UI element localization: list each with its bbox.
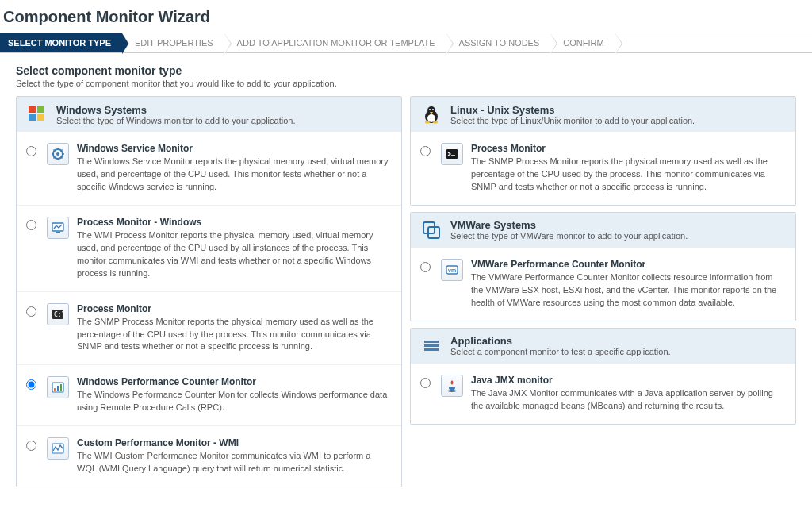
svg-rect-1 — [37, 106, 44, 113]
breadcrumb-step-0: SELECT MONITOR TYPE — [0, 33, 122, 52]
custom-perf-icon — [47, 437, 69, 460]
monitor-description: The Windows Performance Counter Monitor … — [77, 389, 392, 414]
terminal-dark-icon — [441, 143, 463, 165]
category-subtext: Select the type of Windows monitor to ad… — [56, 116, 295, 125]
page-title: Component Monitor Wizard — [0, 0, 812, 33]
svg-point-5 — [56, 152, 59, 156]
category-header: ApplicationsSelect a component monitor t… — [411, 329, 795, 364]
monitor-title: VMWare Performance Counter Monitor — [471, 259, 786, 270]
category-title: Applications — [450, 335, 671, 347]
breadcrumb-step-4[interactable]: CONFIRM — [550, 33, 615, 52]
svg-point-19 — [432, 109, 434, 110]
svg-point-20 — [425, 121, 430, 124]
monitor-description: The Java JMX Monitor communicates with a… — [471, 387, 786, 413]
svg-point-18 — [429, 109, 431, 110]
category-title: VMWare Systems — [450, 219, 688, 231]
svg-text:C:\: C:\ — [54, 311, 65, 318]
monitor-radio[interactable] — [26, 441, 36, 451]
category-title: Linux - Unix Systems — [450, 104, 695, 116]
svg-rect-3 — [37, 114, 44, 121]
breadcrumb-step-1[interactable]: EDIT PROPERTIES — [122, 33, 224, 52]
monitor-option[interactable]: vmVMWare Performance Counter MonitorThe … — [411, 248, 795, 321]
linux-penguin-icon — [420, 103, 442, 125]
monitor-title: Windows Performance Counter Monitor — [77, 376, 392, 387]
monitor-title: Process Monitor — [77, 303, 392, 314]
svg-rect-30 — [424, 348, 439, 351]
right-category-0: Linux - Unix SystemsSelect the type of L… — [410, 96, 796, 206]
monitor-description: The Windows Service Monitor reports the … — [77, 156, 392, 194]
svg-point-31 — [448, 390, 456, 391]
monitor-option[interactable]: Windows Service MonitorThe Windows Servi… — [17, 132, 401, 205]
svg-point-21 — [433, 121, 438, 124]
monitor-description: The SNMP Process Monitor reports the phy… — [77, 316, 392, 354]
svg-rect-2 — [29, 114, 36, 121]
breadcrumb-step-2[interactable]: ADD TO APPLICATION MONITOR OR TEMPLATE — [224, 33, 446, 52]
process-monitor-icon — [47, 217, 69, 239]
breadcrumb: SELECT MONITOR TYPEEDIT PROPERTIESADD TO… — [0, 33, 812, 53]
right-category-2: ApplicationsSelect a component monitor t… — [410, 328, 796, 425]
monitor-radio[interactable] — [26, 146, 36, 156]
windows-service-icon — [47, 143, 69, 165]
monitor-description: The WMI Process Monitor reports the phys… — [77, 229, 392, 280]
category-subtext: Select a component monitor to test a spe… — [450, 347, 671, 356]
svg-rect-11 — [54, 388, 56, 391]
java-icon — [441, 375, 463, 397]
monitor-radio[interactable] — [420, 262, 431, 272]
category-subtext: Select the type of Linux/Unix monitor to… — [450, 116, 695, 125]
category-title: Windows Systems — [56, 104, 295, 116]
vmware-perf-icon: vm — [441, 259, 463, 281]
monitor-title: Java JMX monitor — [471, 375, 786, 386]
category-header: Linux - Unix SystemsSelect the type of L… — [411, 97, 795, 132]
perf-counter-icon — [47, 376, 69, 398]
monitor-option[interactable]: Java JMX monitorThe Java JMX Monitor com… — [411, 364, 795, 424]
category-subtext: Select the type of VMWare monitor to add… — [450, 231, 688, 241]
svg-rect-22 — [446, 149, 458, 159]
category-header: VMWare SystemsSelect the type of VMWare … — [411, 213, 795, 248]
svg-rect-7 — [56, 232, 60, 233]
monitor-radio[interactable] — [420, 146, 431, 156]
svg-point-16 — [427, 114, 435, 122]
monitor-radio[interactable] — [26, 379, 36, 390]
monitor-description: The SNMP Process Monitor reports the phy… — [471, 156, 786, 194]
terminal-icon: C:\ — [47, 303, 69, 325]
monitor-title: Process Monitor — [471, 143, 786, 154]
breadcrumb-step-3[interactable]: ASSIGN TO NODES — [446, 33, 551, 52]
section-subtext: Select the type of component monitor tha… — [0, 79, 812, 96]
column-right: Linux - Unix SystemsSelect the type of L… — [410, 96, 796, 494]
right-category-1: VMWare SystemsSelect the type of VMWare … — [410, 212, 796, 321]
svg-rect-28 — [424, 341, 439, 343]
windows-logo-icon — [26, 103, 48, 125]
monitor-radio[interactable] — [26, 306, 36, 317]
monitor-radio[interactable] — [26, 220, 36, 230]
monitor-option[interactable]: C:\Process MonitorThe SNMP Process Monit… — [17, 291, 401, 365]
monitor-option[interactable]: Process Monitor - WindowsThe WMI Process… — [17, 205, 401, 291]
monitor-title: Process Monitor - Windows — [77, 217, 392, 228]
svg-rect-0 — [29, 106, 36, 113]
svg-text:vm: vm — [448, 267, 456, 273]
monitor-description: The VMWare Performance Counter Monitor c… — [471, 271, 786, 310]
column-left: Windows SystemsSelect the type of Window… — [16, 96, 402, 494]
monitor-radio[interactable] — [420, 378, 431, 388]
category-header: Windows SystemsSelect the type of Window… — [17, 97, 401, 132]
monitor-title: Custom Performance Monitor - WMI — [77, 437, 392, 448]
svg-rect-12 — [57, 386, 59, 391]
monitor-title: Windows Service Monitor — [77, 143, 392, 154]
monitor-description: The WMI Custom Performance Monitor commu… — [77, 450, 392, 475]
svg-rect-29 — [424, 344, 439, 347]
svg-rect-13 — [60, 384, 62, 391]
monitor-option[interactable]: Windows Performance Counter MonitorThe W… — [17, 364, 401, 425]
section-heading: Select component monitor type — [0, 53, 812, 79]
vmware-icon — [420, 219, 442, 241]
monitor-option[interactable]: Process MonitorThe SNMP Process Monitor … — [411, 132, 795, 205]
applications-icon — [420, 335, 442, 357]
left-category-0: Windows SystemsSelect the type of Window… — [16, 96, 402, 487]
monitor-option[interactable]: Custom Performance Monitor - WMIThe WMI … — [17, 425, 401, 487]
